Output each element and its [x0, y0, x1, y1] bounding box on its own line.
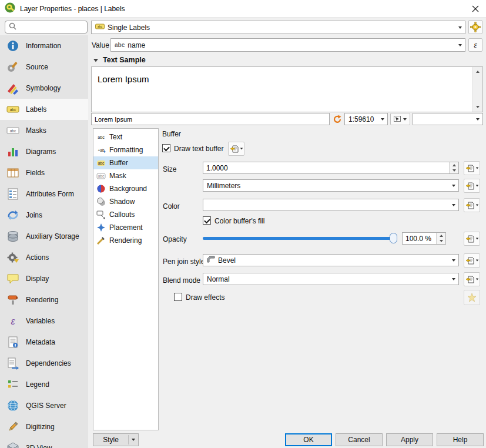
sidebar-item-diagrams[interactable]: Diagrams: [0, 141, 88, 162]
sidebar-item-source[interactable]: Source: [0, 56, 88, 78]
scroll-down-button[interactable]: [473, 102, 482, 112]
apply-button[interactable]: Apply: [386, 433, 433, 446]
opacity-spin-buttons[interactable]: [436, 233, 445, 244]
sidebar-item-information[interactable]: Information: [0, 35, 88, 56]
sidebar-item-legend[interactable]: Legend: [0, 374, 88, 395]
text-sample-section-header[interactable]: Text Sample: [93, 56, 146, 64]
color-buffer-fill-label: Color buffer's fill: [214, 217, 264, 225]
opacity-slider-track[interactable]: [203, 237, 397, 240]
set-scale-from-canvas-button[interactable]: [390, 113, 410, 125]
tab-label: Placement: [109, 223, 143, 232]
arrow-down-icon: [476, 106, 480, 108]
epsilon-icon: ε: [474, 41, 477, 50]
spin-up-button[interactable]: [437, 233, 445, 239]
help-button[interactable]: Help: [437, 433, 484, 446]
draw-text-buffer-checkbox[interactable]: [162, 144, 170, 152]
sidebar-item-label: Symbology: [26, 84, 61, 92]
sidebar-item-actions[interactable]: Actions: [0, 247, 88, 268]
style-button-label: Style: [93, 436, 128, 444]
sidebar-item-masks[interactable]: abc Masks: [0, 120, 88, 141]
sidebar-item-joins[interactable]: Joins: [0, 205, 88, 226]
customize-effects-button[interactable]: [464, 290, 480, 305]
auto-placement-settings-button[interactable]: [468, 20, 482, 34]
tab-buffer[interactable]: abc Buffer: [93, 156, 158, 169]
sidebar-item-rendering[interactable]: Rendering: [0, 289, 88, 310]
tab-background[interactable]: Background: [93, 182, 158, 195]
tab-formatting[interactable]: +ab Formatting: [93, 143, 158, 156]
ok-button[interactable]: OK: [285, 433, 332, 446]
digitizing-icon: [6, 420, 20, 434]
tab-text[interactable]: abc Text: [93, 131, 158, 143]
label-mode-dropdown[interactable]: abc Single Labels: [91, 21, 465, 34]
size-spin-buttons[interactable]: [449, 162, 458, 173]
data-defined-override-button-blend-mode[interactable]: [464, 272, 480, 286]
draw-effects-checkbox[interactable]: [174, 293, 182, 301]
tab-rendering[interactable]: Rendering: [93, 234, 158, 247]
size-units-dropdown[interactable]: Millimeters: [203, 179, 459, 192]
close-button[interactable]: [472, 5, 479, 14]
sidebar-item-3d-view[interactable]: 3D View: [0, 437, 88, 448]
expression-builder-button[interactable]: ε: [468, 38, 482, 52]
label-settings-tabs: abc Text +ab Formatting abc Buffer abc M…: [93, 128, 159, 430]
buffer-color-dropdown[interactable]: [203, 199, 459, 211]
data-defined-override-button-opacity[interactable]: [464, 232, 480, 246]
data-defined-override-button-draw-buffer[interactable]: [228, 142, 244, 156]
svg-text:abc: abc: [98, 161, 105, 165]
preview-scrollbar[interactable]: [472, 67, 482, 112]
sample-text-input[interactable]: [92, 113, 329, 125]
sidebar-item-labels[interactable]: abc Labels: [0, 99, 88, 120]
preview-text: Lorem Ipsum: [98, 74, 149, 84]
tab-mask[interactable]: abc Mask: [93, 169, 158, 182]
spin-down-button[interactable]: [437, 239, 445, 245]
size-spinbox[interactable]: [203, 162, 459, 174]
option-search-box[interactable]: [5, 21, 88, 34]
sidebar-item-label: Information: [26, 42, 61, 50]
chevron-down-icon: [240, 148, 243, 150]
spin-up-button[interactable]: [450, 162, 458, 168]
scroll-up-button[interactable]: [473, 67, 482, 76]
data-defined-override-button-size[interactable]: [464, 161, 480, 175]
size-input[interactable]: [203, 162, 448, 173]
dependencies-icon: [6, 356, 20, 370]
preview-background-dropdown[interactable]: [413, 113, 483, 125]
color-buffer-fill-checkbox[interactable]: [203, 216, 211, 225]
buffer-tab-icon: abc: [96, 158, 106, 168]
data-defined-override-button-pen-join[interactable]: [464, 253, 480, 268]
sidebar-item-fields[interactable]: Fields: [0, 162, 88, 183]
style-menu-button[interactable]: Style: [93, 433, 139, 446]
value-field-name: name: [128, 41, 145, 49]
shadow-tab-icon: [96, 197, 106, 206]
tab-placement[interactable]: Placement: [93, 221, 158, 234]
data-defined-override-button-units[interactable]: [464, 179, 480, 193]
spin-down-button[interactable]: [450, 168, 458, 174]
scale-dropdown[interactable]: 1:59610: [344, 113, 388, 125]
sidebar-item-label: Fields: [26, 169, 45, 177]
sidebar-item-display[interactable]: Display: [0, 268, 88, 289]
reset-sample-text-button[interactable]: [331, 113, 343, 125]
sidebar-item-attributes-form[interactable]: Attributes Form: [0, 183, 88, 205]
opacity-input[interactable]: [403, 233, 435, 244]
value-field-dropdown[interactable]: abc name: [110, 38, 465, 52]
sample-text-field[interactable]: [91, 113, 330, 125]
opacity-slider-handle[interactable]: [390, 233, 397, 243]
data-defined-override-button-color[interactable]: [464, 198, 480, 212]
sidebar-item-digitizing[interactable]: Digitizing: [0, 416, 88, 437]
opacity-spinbox[interactable]: [402, 232, 446, 245]
window-title: Layer Properties - places | Labels: [20, 5, 125, 13]
sidebar-item-variables[interactable]: ε Variables: [0, 310, 88, 332]
tab-callouts[interactable]: Callouts: [93, 208, 158, 221]
pen-join-style-dropdown[interactable]: Bevel: [203, 254, 459, 266]
sidebar-item-label: Digitizing: [26, 423, 55, 431]
tab-label: Background: [109, 185, 147, 193]
sidebar-item-metadata[interactable]: Metadata: [0, 332, 88, 353]
sidebar-item-symbology[interactable]: Symbology: [0, 78, 88, 99]
blend-mode-dropdown[interactable]: Normal: [203, 273, 459, 285]
gear-icon: [470, 22, 481, 32]
sidebar-item-auxiliary-storage[interactable]: Auxiliary Storage: [0, 226, 88, 247]
cancel-button[interactable]: Cancel: [336, 433, 383, 446]
tab-shadow[interactable]: Shadow: [93, 195, 158, 208]
source-icon: [6, 60, 20, 74]
sidebar-item-dependencies[interactable]: Dependencies: [0, 353, 88, 374]
sidebar-item-qgis-server[interactable]: QGIS Server: [0, 395, 88, 416]
search-input[interactable]: [19, 24, 83, 31]
